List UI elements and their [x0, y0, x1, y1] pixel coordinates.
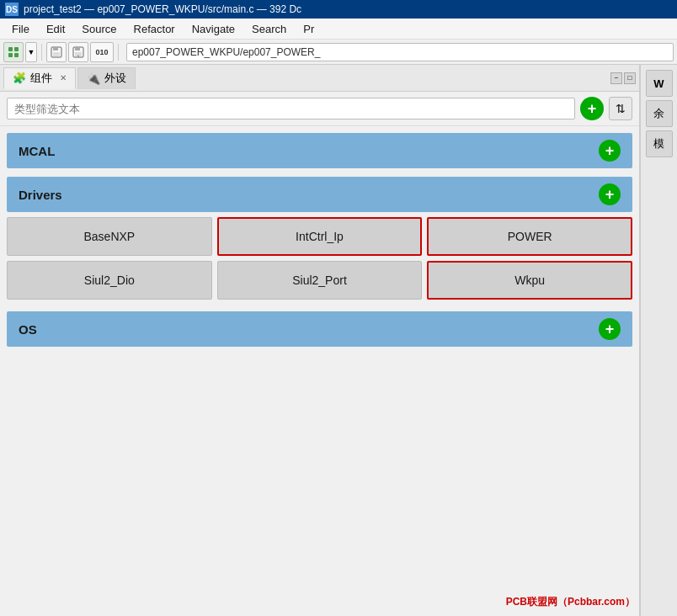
- breadcrumb-bar: ep007_POWER_WKPU/ep007_POWER_: [126, 43, 674, 61]
- toolbar: ▼ + 010 ep007_POWER_WKPU/ep007_POWER_: [0, 40, 677, 65]
- content-area: MCAL + Drivers + BaseNXP IntCtrl_: [0, 126, 639, 616]
- category-mcal-header: MCAL +: [7, 133, 632, 168]
- title-bar: DS project_test2 — ep007_POWER_WKPU/src/…: [0, 0, 677, 19]
- component-intctrl[interactable]: IntCtrl_Ip: [217, 217, 423, 256]
- component-wkpu[interactable]: Wkpu: [427, 261, 632, 300]
- menu-search[interactable]: Search: [243, 20, 295, 38]
- svg-rect-3: [14, 53, 19, 57]
- category-os-header: OS +: [7, 311, 632, 347]
- category-mcal: MCAL +: [7, 133, 632, 168]
- category-drivers-title: Drivers: [19, 188, 62, 202]
- tab-components-label: 组件: [30, 71, 52, 86]
- tabs-row: 🧩 组件 ✕ 🔌 外设 − □: [0, 65, 639, 92]
- toolbar-save-btn[interactable]: [46, 42, 67, 62]
- menu-file[interactable]: File: [3, 20, 38, 38]
- toolbar-sep-2: [118, 44, 119, 61]
- svg-rect-2: [14, 47, 19, 51]
- app-icon: DS: [5, 3, 19, 16]
- mcal-add-btn[interactable]: +: [599, 140, 621, 162]
- svg-rect-0: [8, 47, 13, 51]
- right-panel-btn-2[interactable]: 余: [646, 100, 673, 127]
- drivers-grid: BaseNXP IntCtrl_Ip POWER Siul2_Dio: [7, 217, 632, 303]
- category-os-title: OS: [19, 322, 37, 337]
- menu-navigate[interactable]: Navigate: [184, 20, 243, 38]
- toolbar-icon-puzzle[interactable]: [3, 42, 24, 62]
- toolbar-sep-1: [41, 44, 42, 61]
- sort-btn[interactable]: ⇅: [609, 97, 632, 120]
- filter-bar: + ⇅: [0, 92, 639, 126]
- right-panel-btn-w[interactable]: W: [646, 70, 673, 97]
- main-layout: 🧩 组件 ✕ 🔌 外设 − □ + ⇅: [0, 65, 677, 616]
- component-siul2dio[interactable]: Siul2_Dio: [7, 261, 212, 300]
- category-drivers-header: Drivers +: [7, 177, 632, 212]
- tab-peripherals-icon: 🔌: [87, 72, 100, 85]
- category-os: OS +: [7, 311, 632, 347]
- tab-components[interactable]: 🧩 组件 ✕: [3, 67, 76, 89]
- svg-rect-5: [53, 47, 58, 50]
- menu-refactor[interactable]: Refactor: [125, 20, 184, 38]
- component-siul2port[interactable]: Siul2_Port: [217, 261, 423, 300]
- svg-rect-6: [53, 52, 60, 56]
- category-drivers: Drivers + BaseNXP IntCtrl_Ip POWER: [7, 177, 632, 303]
- toolbar-dropdown-btn[interactable]: ▼: [25, 42, 37, 62]
- category-mcal-title: MCAL: [19, 144, 55, 158]
- title-text: project_test2 — ep007_POWER_WKPU/src/mai…: [24, 3, 301, 15]
- tab-components-icon: 🧩: [13, 72, 26, 84]
- menu-edit[interactable]: Edit: [38, 20, 73, 38]
- left-panel: 🧩 组件 ✕ 🔌 外设 − □ + ⇅: [0, 65, 640, 616]
- tab-peripherals[interactable]: 🔌 外设: [77, 67, 136, 89]
- menu-source[interactable]: Source: [73, 20, 125, 38]
- menu-bar: File Edit Source Refactor Navigate Searc…: [0, 19, 677, 40]
- maximize-btn[interactable]: □: [624, 72, 636, 84]
- svg-rect-8: [75, 47, 80, 50]
- os-add-btn[interactable]: +: [599, 318, 621, 340]
- tab-components-close[interactable]: ✕: [60, 73, 67, 82]
- component-basexnp[interactable]: BaseNXP: [7, 217, 212, 256]
- filter-input[interactable]: [7, 98, 575, 119]
- breadcrumb-text: ep007_POWER_WKPU/ep007_POWER_: [132, 46, 320, 58]
- toolbar-save2-btn[interactable]: +: [68, 42, 88, 62]
- add-component-btn[interactable]: +: [580, 97, 604, 120]
- minimize-btn[interactable]: −: [610, 72, 622, 84]
- menu-pr[interactable]: Pr: [295, 20, 323, 38]
- svg-rect-1: [8, 53, 13, 57]
- tab-peripherals-label: 外设: [104, 71, 126, 86]
- toolbar-binary-btn[interactable]: 010: [90, 42, 114, 62]
- drivers-add-btn[interactable]: +: [599, 183, 621, 205]
- right-panel: W 余 模: [640, 65, 677, 616]
- right-panel-btn-3[interactable]: 模: [646, 130, 673, 157]
- window-controls: − □: [610, 72, 636, 84]
- svg-text:+: +: [77, 53, 80, 58]
- component-power[interactable]: POWER: [427, 217, 632, 256]
